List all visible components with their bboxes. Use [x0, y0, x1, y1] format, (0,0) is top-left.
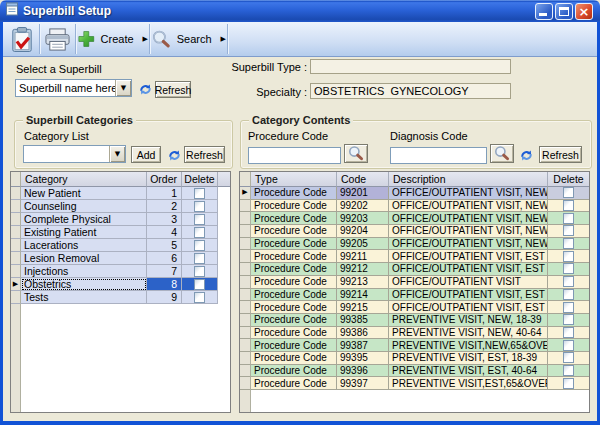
description-cell[interactable]: OFFICE/OUTPATIENT VISIT, NEW [389, 212, 548, 225]
type-cell[interactable]: Procedure Code [251, 212, 337, 225]
table-row[interactable]: Procedure Code99215OFFICE/OUTPATIENT VIS… [240, 301, 589, 314]
delete-cell[interactable] [548, 301, 589, 314]
code-cell[interactable]: 99202 [337, 200, 389, 213]
order-cell[interactable]: 7 [147, 265, 182, 278]
code-cell[interactable]: 99204 [337, 225, 389, 238]
delete-cell[interactable] [548, 200, 589, 213]
category-list-dropdown-button[interactable]: ▼ [109, 146, 125, 162]
table-row[interactable]: Tests9 [11, 291, 230, 304]
description-cell[interactable]: OFFICE/OUTPATIENT VISIT, NEW [389, 238, 548, 251]
diagnosis-code-input[interactable] [390, 147, 487, 164]
category-list-combobox[interactable]: ▼ [23, 145, 126, 163]
delete-checkbox[interactable] [563, 378, 574, 389]
delete-cell[interactable] [548, 276, 589, 289]
order-cell[interactable]: 6 [147, 252, 182, 265]
type-cell[interactable]: Procedure Code [251, 327, 337, 340]
table-row[interactable]: Procedure Code99395PREVENTIVE VISIT, EST… [240, 352, 589, 365]
table-row[interactable]: Procedure Code99204OFFICE/OUTPATIENT VIS… [240, 225, 589, 238]
delete-checkbox[interactable] [563, 289, 574, 300]
type-cell[interactable]: Procedure Code [251, 225, 337, 238]
delete-cell[interactable] [548, 238, 589, 251]
category-cell[interactable]: Complete Physical [21, 213, 147, 226]
description-cell[interactable]: PREVENTIVE VISIT, EST, 40-64 [389, 365, 548, 378]
column-header-type[interactable]: Type [251, 172, 337, 187]
maximize-button[interactable] [555, 3, 573, 20]
type-cell[interactable]: Procedure Code [251, 352, 337, 365]
delete-cell[interactable] [548, 263, 589, 276]
delete-checkbox[interactable] [563, 263, 574, 274]
order-cell[interactable]: 3 [147, 213, 182, 226]
type-cell[interactable]: Procedure Code [251, 301, 337, 314]
table-row[interactable]: Procedure Code99211OFFICE/OUTPATIENT VIS… [240, 250, 589, 263]
category-cell[interactable]: Counseling [21, 200, 147, 213]
code-cell[interactable]: 99215 [337, 301, 389, 314]
titlebar[interactable]: Superbill Setup × [0, 0, 600, 22]
delete-cell[interactable] [548, 225, 589, 238]
type-cell[interactable]: Procedure Code [251, 314, 337, 327]
delete-checkbox[interactable] [563, 251, 574, 262]
table-row[interactable]: Lacerations5 [11, 239, 230, 252]
order-cell[interactable]: 5 [147, 239, 182, 252]
description-cell[interactable]: PREVENTIVE VISIT,EST,65&OVER [389, 377, 548, 390]
category-cell[interactable]: Tests [21, 291, 147, 304]
column-header-delete[interactable]: Delete [182, 172, 218, 187]
category-cell[interactable]: New Patient [21, 187, 147, 200]
delete-checkbox[interactable] [194, 214, 205, 225]
delete-cell[interactable] [548, 339, 589, 352]
delete-checkbox[interactable] [563, 302, 574, 313]
delete-checkbox[interactable] [194, 279, 205, 290]
column-header-description[interactable]: Description [389, 172, 548, 187]
order-cell[interactable]: 2 [147, 200, 182, 213]
delete-checkbox[interactable] [563, 314, 574, 325]
delete-cell[interactable] [182, 252, 218, 265]
code-cell[interactable]: 99385 [337, 314, 389, 327]
description-cell[interactable]: PREVENTIVE VISIT, NEW, 40-64 [389, 327, 548, 340]
table-row[interactable]: Procedure Code99214OFFICE/OUTPATIENT VIS… [240, 289, 589, 302]
delete-checkbox[interactable] [194, 240, 205, 251]
category-cell[interactable]: Injections [21, 265, 147, 278]
save-verify-button[interactable] [5, 22, 38, 56]
delete-checkbox[interactable] [563, 276, 574, 287]
minimize-button[interactable] [535, 3, 553, 20]
table-row[interactable]: Procedure Code99205OFFICE/OUTPATIENT VIS… [240, 238, 589, 251]
add-category-button[interactable]: Add [131, 146, 161, 163]
superbill-select-dropdown-button[interactable]: ▼ [115, 80, 131, 96]
delete-checkbox[interactable] [563, 327, 574, 338]
search-expand-arrow-icon[interactable]: ▶ [221, 35, 226, 43]
delete-cell[interactable] [548, 289, 589, 302]
delete-checkbox[interactable] [563, 200, 574, 211]
description-cell[interactable]: OFFICE/OUTPATIENT VISIT, EST [389, 289, 548, 302]
table-row[interactable]: Procedure Code99397PREVENTIVE VISIT,EST,… [240, 377, 589, 390]
delete-cell[interactable] [182, 213, 218, 226]
description-cell[interactable]: OFFICE/OUTPATIENT VISIT, EST [389, 250, 548, 263]
description-cell[interactable]: OFFICE/OUTPATIENT VISIT, EST [389, 301, 548, 314]
delete-checkbox[interactable] [563, 352, 574, 363]
table-row[interactable]: ▶Obstetrics8 [11, 278, 230, 291]
specialty-field[interactable]: OBSTETRICS GYNECOLOGY [310, 83, 511, 99]
delete-checkbox[interactable] [563, 187, 574, 198]
table-row[interactable]: Procedure Code99212OFFICE/OUTPATIENT VIS… [240, 263, 589, 276]
description-cell[interactable]: PREVENTIVE VISIT,NEW,65&OVER [389, 339, 548, 352]
table-row[interactable]: ▶Procedure Code99201OFFICE/OUTPATIENT VI… [240, 187, 589, 200]
delete-cell[interactable] [182, 239, 218, 252]
superbill-type-field[interactable] [310, 59, 511, 74]
delete-checkbox[interactable] [563, 340, 574, 351]
category-cell[interactable]: Lacerations [21, 239, 147, 252]
refresh-contents-button[interactable]: Refresh [539, 146, 582, 163]
delete-checkbox[interactable] [194, 201, 205, 212]
delete-checkbox[interactable] [194, 253, 205, 264]
column-header-order[interactable]: Order [147, 172, 182, 187]
table-row[interactable]: Existing Patient4 [11, 226, 230, 239]
category-cell[interactable]: Lesion Removal [21, 252, 147, 265]
code-cell[interactable]: 99387 [337, 339, 389, 352]
delete-checkbox[interactable] [194, 188, 205, 199]
order-cell[interactable]: 4 [147, 226, 182, 239]
create-button[interactable]: Create ▶ [77, 22, 148, 56]
order-cell[interactable]: 9 [147, 291, 182, 304]
table-row[interactable]: Procedure Code99213OFFICE/OUTPATIENT VIS… [240, 276, 589, 289]
delete-cell[interactable] [548, 314, 589, 327]
code-cell[interactable]: 99396 [337, 365, 389, 378]
table-row[interactable]: Counseling2 [11, 200, 230, 213]
delete-cell[interactable] [182, 200, 218, 213]
diagnosis-code-search-button[interactable] [490, 144, 514, 163]
